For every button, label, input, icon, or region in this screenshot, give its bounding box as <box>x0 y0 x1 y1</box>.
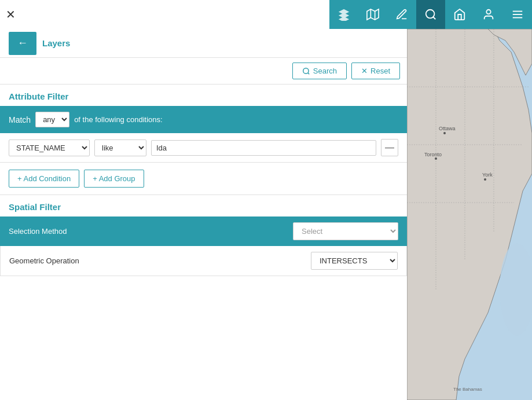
svg-line-4 <box>433 17 435 19</box>
search-button[interactable]: Search <box>292 63 347 79</box>
layers-icon <box>337 8 350 21</box>
svg-point-5 <box>486 10 490 14</box>
home-icon <box>453 8 466 21</box>
back-button[interactable]: ← <box>9 32 36 55</box>
back-icon: ← <box>17 37 28 49</box>
search-btn-icon <box>302 67 310 75</box>
svg-point-24 <box>484 178 486 181</box>
toolbar-icons <box>329 0 532 29</box>
draw-icon-button[interactable] <box>387 0 416 29</box>
conditions-label: of the following conditions: <box>74 115 162 124</box>
toolbar: ✕ <box>0 0 532 29</box>
remove-condition-button[interactable]: — <box>381 139 398 156</box>
reset-button[interactable]: ✕ Reset <box>351 63 400 79</box>
selection-method-row: Selection Method Select Draw Rectangle D… <box>0 216 407 246</box>
svg-marker-0 <box>367 9 379 20</box>
spatial-filter-title: Spatial Filter <box>0 195 407 216</box>
svg-point-9 <box>303 68 309 73</box>
add-group-button[interactable]: + Add Group <box>84 170 144 188</box>
svg-text:Ottawa: Ottawa <box>439 126 456 131</box>
layers-icon-button[interactable] <box>329 0 358 29</box>
svg-point-3 <box>426 10 435 19</box>
condition-value-input[interactable] <box>151 140 376 156</box>
search-icon <box>424 8 437 21</box>
user-icon-button[interactable] <box>474 0 503 29</box>
svg-point-22 <box>435 157 437 160</box>
geometric-operation-label: Geometric Operation <box>9 256 302 265</box>
svg-line-10 <box>308 72 310 74</box>
add-buttons-row: + Add Condition + Add Group <box>0 163 407 195</box>
attribute-filter-title: Attribute Filter <box>0 85 407 106</box>
reset-btn-icon: ✕ <box>361 67 368 75</box>
field-select[interactable]: STATE_NAME STATE_ABBR POPULATION <box>9 140 90 156</box>
menu-icon-button[interactable] <box>503 0 532 29</box>
operator-select[interactable]: like = != > < <box>94 140 146 156</box>
map-icon-button[interactable] <box>358 0 387 29</box>
map-svg: Ottawa Toronto York The Bahamas <box>407 29 532 400</box>
layers-header: ← Layers <box>0 29 407 58</box>
remove-icon: — <box>385 142 394 153</box>
selection-method-label: Selection Method <box>9 227 284 236</box>
search-reset-bar: Search ✕ Reset <box>0 58 407 85</box>
user-icon <box>482 8 495 21</box>
close-button[interactable]: ✕ <box>6 8 16 21</box>
match-label: Match <box>9 115 31 124</box>
selection-method-select[interactable]: Select Draw Rectangle Draw Polygon Use C… <box>293 222 398 240</box>
left-panel: ← Layers Search ✕ Reset Attribute Filter… <box>0 29 407 400</box>
svg-text:Toronto: Toronto <box>424 152 442 157</box>
svg-text:The Bahamas: The Bahamas <box>453 387 482 392</box>
menu-icon <box>511 8 524 21</box>
home-icon-button[interactable] <box>445 0 474 29</box>
map-area[interactable]: Ottawa Toronto York The Bahamas <box>407 29 532 400</box>
condition-row: STATE_NAME STATE_ABBR POPULATION like = … <box>0 133 407 163</box>
svg-point-20 <box>443 132 446 134</box>
geometric-operation-row: Geometric Operation INTERSECTS CONTAINS … <box>0 246 407 276</box>
search-icon-button[interactable] <box>416 0 445 29</box>
match-select[interactable]: any all <box>35 112 69 127</box>
draw-icon <box>395 8 408 21</box>
match-bar: Match any all of the following condition… <box>0 106 407 133</box>
geometric-operation-select[interactable]: INTERSECTS CONTAINS WITHIN <box>311 252 398 270</box>
svg-text:York: York <box>482 172 493 178</box>
map-icon <box>366 8 379 21</box>
add-condition-button[interactable]: + Add Condition <box>9 170 79 188</box>
layers-title: Layers <box>42 38 70 48</box>
